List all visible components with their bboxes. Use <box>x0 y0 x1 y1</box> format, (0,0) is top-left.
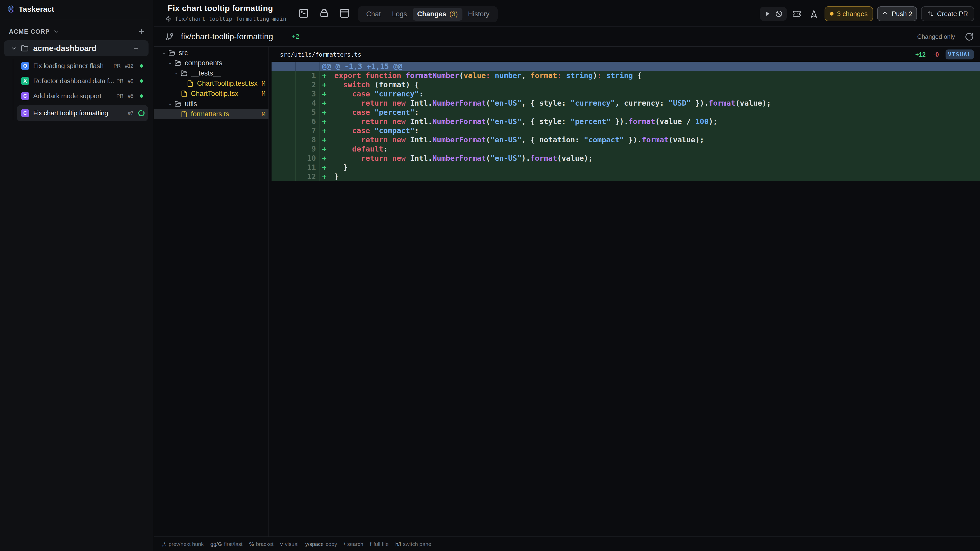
modified-badge: M <box>262 90 266 97</box>
header-actions: 3 changes Push 2 Create PR <box>760 6 974 21</box>
create-pr-button[interactable]: Create PR <box>921 6 974 21</box>
hunk-range: @@ @ -1,3 +1,15 @@ <box>322 62 402 71</box>
diff-line[interactable]: 8+ return new Intl.NumberFormat("en-US",… <box>272 135 980 144</box>
tree-item-file[interactable]: ChartTooltip.tsxM <box>154 89 269 99</box>
navigation-icon[interactable] <box>810 10 818 18</box>
diff-line[interactable]: 1+export function formatNumber(value: nu… <box>272 71 980 80</box>
sidebar: Taskeract ACME CORP acme-dashboard OFix … <box>0 0 153 551</box>
org-selector[interactable]: ACME CORP <box>9 26 145 37</box>
diff-line[interactable]: 10+ return new Intl.NumberFormat("en-US"… <box>272 154 980 163</box>
tab-logs[interactable]: Logs <box>387 8 413 21</box>
run-controls <box>760 6 787 21</box>
line-number: 5 <box>296 108 320 117</box>
tab-changes[interactable]: Changes(3) <box>413 8 463 21</box>
task-item[interactable]: CAdd dark mode supportPR#5 <box>0 89 153 103</box>
collapse-dash[interactable]: - <box>162 49 166 57</box>
ticket-icon[interactable] <box>792 10 801 18</box>
play-icon[interactable] <box>764 10 771 17</box>
diff-sign: + <box>322 117 334 126</box>
push-button[interactable]: Push 2 <box>877 6 917 21</box>
diff-sign: + <box>322 98 334 108</box>
ban-icon[interactable] <box>775 10 783 17</box>
shortcut-label: bracket <box>256 541 274 547</box>
add-task-icon[interactable] <box>133 45 139 52</box>
tree-item-file[interactable]: formatters.tsM <box>154 109 269 119</box>
tree-item-name: utils <box>185 100 197 108</box>
changed-only-label[interactable]: Changed only <box>917 33 955 40</box>
task-spinner <box>138 110 145 117</box>
archive-icon[interactable] <box>319 8 329 19</box>
tab-history[interactable]: History <box>463 8 495 21</box>
task-title: Fix chart tooltip formatting <box>33 109 108 117</box>
line-number: 3 <box>296 89 320 98</box>
shortcut-keys: % <box>249 541 254 547</box>
diff-sign: + <box>322 172 334 181</box>
additions-count: +12 <box>915 51 926 58</box>
diff-file-path: src/utils/formatters.ts <box>280 51 361 58</box>
tree-item-folder[interactable]: -utils <box>154 99 269 109</box>
task-agent-icon: O <box>21 62 29 70</box>
folder-icon <box>21 44 29 52</box>
diff-line[interactable]: 3+ case "currency": <box>272 89 980 98</box>
shortcut-keys: y/space <box>305 541 324 547</box>
hunk-header-row: @@ @ -1,3 +1,15 @@ <box>272 62 980 71</box>
diff-line[interactable]: 9+ default: <box>272 144 980 154</box>
shortcut-hint: gg/Gfirst/last <box>210 541 242 547</box>
page-title: Fix chart tooltip formatting <box>168 3 286 13</box>
shortcut-keys: / <box>344 541 345 547</box>
gutter-old <box>272 98 296 108</box>
shortcut-hint: h/lswitch pane <box>395 541 431 547</box>
panel-top-icon[interactable] <box>339 8 350 19</box>
task-item[interactable]: OFix loading spinner flashPR#12 <box>0 59 153 73</box>
diff-line[interactable]: 2+ switch (format) { <box>272 80 980 89</box>
code-text: + return new Intl.NumberFormat("en-US").… <box>320 154 980 163</box>
tree-item-file[interactable]: ChartTooltip.test.tsxM <box>154 78 269 89</box>
tree-item-folder[interactable]: -__tests__ <box>154 68 269 78</box>
shortcut-keys: f <box>370 541 372 547</box>
task-number: #12 <box>125 63 134 69</box>
diff-line[interactable]: 4+ return new Intl.NumberFormat("en-US",… <box>272 98 980 108</box>
code-text: + case "percent": <box>320 108 980 117</box>
tab-label: Changes <box>417 10 446 18</box>
collapse-dash[interactable]: - <box>175 69 178 77</box>
terminal-icon[interactable] <box>298 8 309 19</box>
diff-line[interactable]: 6+ return new Intl.NumberFormat("en-US",… <box>272 117 980 126</box>
shortcut-label: switch pane <box>403 541 431 547</box>
diff-file-header: src/utils/formatters.ts +12 -0 VISUAL <box>269 47 980 62</box>
gutter-old <box>272 135 296 144</box>
diff-line[interactable]: 5+ case "percent": <box>272 108 980 117</box>
task-item[interactable]: CFix chart tooltip formatting#7 <box>0 105 153 121</box>
tree-item-folder[interactable]: -src <box>154 48 269 58</box>
diff-line[interactable]: 12+} <box>272 172 980 181</box>
gutter-old <box>272 117 296 126</box>
diff-stats: +12 -0 VISUAL <box>915 49 974 59</box>
task-pr-badge: PR <box>114 63 121 69</box>
shortcut-hint: %bracket <box>249 541 274 547</box>
shortcut-label: prev/next hunk <box>169 541 204 547</box>
diff-line[interactable]: 11+ } <box>272 163 980 172</box>
branch-info[interactable]: fix/chart-tooltip-formatting +2 <box>165 32 273 41</box>
chevron-down-icon[interactable] <box>11 45 17 52</box>
tab-label: History <box>468 10 490 18</box>
project-row[interactable]: acme-dashboard <box>4 40 148 56</box>
collapse-dash[interactable]: - <box>169 100 172 108</box>
changes-button[interactable]: 3 changes <box>824 6 873 21</box>
diff-line[interactable]: 7+ case "compact": <box>272 126 980 135</box>
branch-route-text: fix/chart-tooltip-formatting→main <box>175 16 286 22</box>
refresh-icon[interactable] <box>965 32 974 41</box>
tree-item-folder[interactable]: -components <box>154 58 269 68</box>
task-meta: #7 <box>128 110 134 116</box>
collapse-dash[interactable]: - <box>169 59 172 67</box>
task-list: OFix loading spinner flashPR#12XRefactor… <box>0 59 153 121</box>
task-item[interactable]: XRefactor dashboard data f...PR#9 <box>0 73 153 89</box>
status-dot <box>140 79 143 83</box>
gutter-old <box>272 163 296 172</box>
add-project-icon[interactable] <box>138 28 145 35</box>
shortcut-label: search <box>347 541 363 547</box>
tab-chat[interactable]: Chat <box>361 8 387 21</box>
file-tree: -src-components-__tests__ChartTooltip.te… <box>154 47 269 537</box>
project-name: acme-dashboard <box>33 44 97 53</box>
task-title: Fix loading spinner flash <box>33 62 103 70</box>
git-branch-icon <box>165 32 174 41</box>
changes-button-label: 3 changes <box>837 10 868 18</box>
